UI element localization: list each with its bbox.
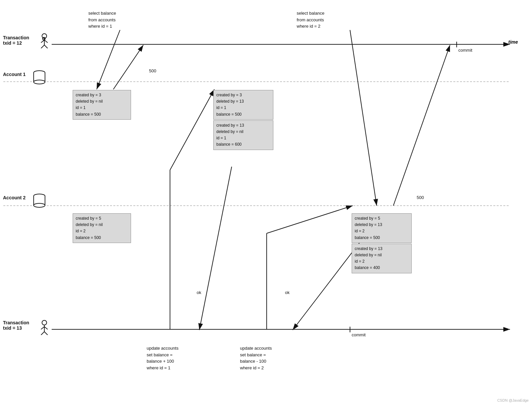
tx12-query2: select balancefrom accountswhere id = 2 xyxy=(297,10,324,30)
svg-line-16 xyxy=(350,30,377,206)
time-label: time xyxy=(508,39,518,45)
svg-line-28 xyxy=(41,332,44,335)
account2-row1-box: created by = 5 deleted by = nil id = 2 b… xyxy=(73,213,131,243)
svg-line-14 xyxy=(267,206,353,233)
account1-row2-box-container: created by = 3 deleted by = 13 id = 1 ba… xyxy=(213,90,273,150)
svg-line-29 xyxy=(44,332,48,335)
svg-line-22 xyxy=(41,45,44,48)
account2-row2-box-outer: created by = 5 deleted by = 13 id = 2 ba… xyxy=(352,213,412,243)
svg-line-26 xyxy=(41,327,44,329)
svg-line-21 xyxy=(44,40,48,43)
svg-point-18 xyxy=(42,34,47,38)
svg-line-11 xyxy=(170,89,214,170)
account2-label: Account 2 xyxy=(3,195,26,200)
value-500-account2: 500 xyxy=(417,195,424,200)
ok-label-2: ok xyxy=(285,290,290,295)
diagram-container: Transaction txid = 12 ⚬ Transaction txid… xyxy=(0,0,532,404)
account1-row2-box-outer: created by = 3 deleted by = 13 id = 1 ba… xyxy=(213,90,273,120)
svg-line-23 xyxy=(44,45,48,48)
tx13-commit-label: commit xyxy=(352,332,366,337)
svg-line-27 xyxy=(44,327,48,329)
account2-row2-box-inner: created by = 13 deleted by = nil id = 2 … xyxy=(352,244,412,273)
svg-line-12 xyxy=(199,167,232,330)
svg-line-9 xyxy=(113,45,143,89)
account1-row1-box: created by = 3 deleted by = nil id = 1 b… xyxy=(73,90,131,120)
tx12-label: Transaction txid = 12 xyxy=(3,35,29,46)
tx13-update1: update accountsset balance =balance + 10… xyxy=(147,345,178,371)
tx13-person-svg xyxy=(39,320,49,335)
ok-label-1: ok xyxy=(197,290,201,295)
svg-point-24 xyxy=(42,320,47,325)
tx12-person-svg xyxy=(39,33,49,48)
account2-cylinder-icon xyxy=(33,193,46,208)
tx12-commit-label: commit xyxy=(458,48,472,53)
tx13-label: Transaction txid = 13 xyxy=(3,320,29,331)
svg-line-8 xyxy=(97,30,120,89)
tx13-update2: update accountsset balance =balance - 10… xyxy=(240,345,272,371)
tx12-query1: select balancefrom accountswhere id = 1 xyxy=(88,10,116,30)
svg-line-17 xyxy=(393,45,450,206)
svg-line-20 xyxy=(41,40,44,43)
watermark: CSDN @JavaEdge xyxy=(497,398,529,402)
arrows-overlay xyxy=(0,0,532,404)
account1-row2-box-inner: created by = 13 deleted by = nil id = 1 … xyxy=(213,120,273,150)
account2-row2-box-container: created by = 5 deleted by = 13 id = 2 ba… xyxy=(352,213,412,273)
svg-point-39 xyxy=(34,203,45,207)
value-500-account1: 500 xyxy=(149,68,156,73)
account1-cylinder-icon xyxy=(33,70,46,85)
account1-label: Account 1 xyxy=(3,72,26,77)
svg-point-34 xyxy=(34,80,45,84)
